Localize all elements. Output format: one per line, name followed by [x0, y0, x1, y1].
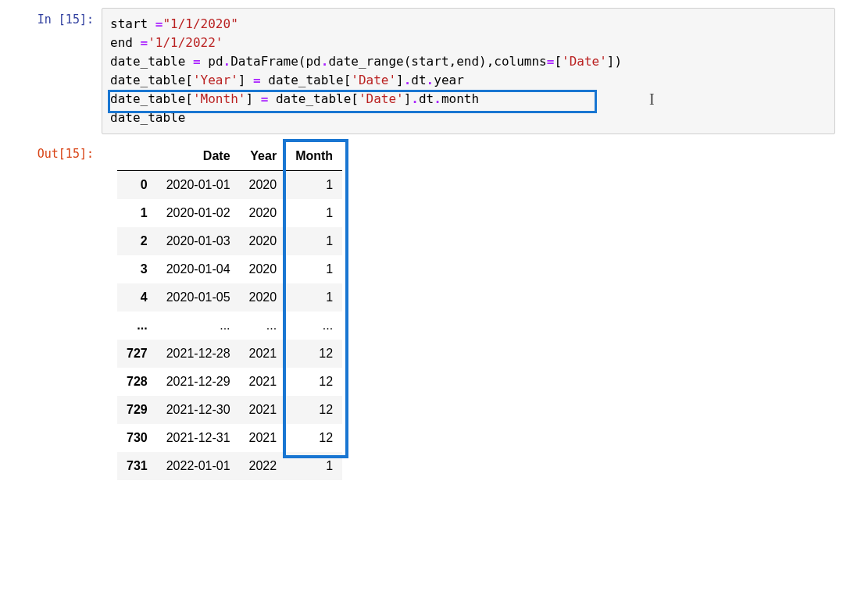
cell-year: 2021 — [240, 396, 287, 424]
code-token: = — [253, 73, 261, 87]
cell-month: 12 — [286, 340, 342, 368]
cell-month: 12 — [286, 396, 342, 424]
cell-date: ... — [157, 312, 240, 340]
cell-year: 2021 — [240, 424, 287, 452]
code-token: ] — [238, 73, 253, 87]
cell-month: 1 — [286, 171, 342, 200]
cell-month: 1 — [286, 452, 342, 480]
cell-year: 2020 — [240, 171, 287, 200]
cell-year: 2020 — [240, 255, 287, 283]
code-token: date_table — [110, 54, 193, 69]
row-index: 727 — [117, 340, 157, 368]
code-token: . — [434, 91, 441, 106]
cell-month: 1 — [286, 283, 342, 312]
text-cursor-icon: I — [649, 91, 655, 109]
cell-month: 1 — [286, 199, 342, 227]
cell-date: 2021-12-30 — [157, 396, 240, 424]
cell-year: 2021 — [240, 340, 287, 368]
code-token: DataFrame(pd — [230, 54, 321, 69]
code-token: ] — [404, 91, 412, 106]
code-token: . — [404, 73, 412, 87]
cell-month: 12 — [286, 424, 342, 452]
code-block[interactable]: start ="1/1/2020" end ='1/1/2022' date_t… — [110, 15, 827, 127]
table-row: 7292021-12-30202112 — [117, 396, 342, 424]
row-index: 729 — [117, 396, 157, 424]
cell-date: 2021-12-29 — [157, 368, 240, 396]
code-input-area[interactable]: start ="1/1/2020" end ='1/1/2022' date_t… — [102, 8, 835, 134]
cell-month: 1 — [286, 255, 342, 283]
code-token: = — [155, 16, 163, 31]
code-token: month — [441, 91, 479, 106]
cell-date: 2020-01-04 — [157, 255, 240, 283]
code-token: date_table — [110, 110, 185, 125]
cell-year: 2021 — [240, 368, 287, 396]
code-token: . — [427, 73, 434, 87]
cell-year: 2020 — [240, 199, 287, 227]
table-row: 7302021-12-31202112 — [117, 424, 342, 452]
table-row: 02020-01-0120201 — [117, 171, 342, 200]
code-token: 'Year' — [193, 73, 238, 87]
output-cell: Out[15]: Date Year Month 02020-01-012020… — [8, 142, 835, 480]
cell-date: 2020-01-03 — [157, 227, 240, 255]
dataframe-table: Date Year Month 02020-01-012020112020-01… — [117, 142, 342, 480]
row-index: 2 — [117, 227, 157, 255]
cell-year: 2020 — [240, 227, 287, 255]
row-index: 1 — [117, 199, 157, 227]
code-token: = — [261, 91, 269, 106]
cell-year: 2022 — [240, 452, 287, 480]
code-token: year — [434, 73, 464, 87]
cell-year: 2020 — [240, 283, 287, 312]
code-token: . — [321, 54, 329, 69]
col-month: Month — [286, 142, 342, 171]
cell-month: ... — [286, 312, 342, 340]
code-token: dt — [411, 73, 426, 87]
code-token: pd — [201, 54, 223, 69]
table-row: 7282021-12-29202112 — [117, 368, 342, 396]
index-header — [117, 142, 157, 171]
cell-date: 2020-01-01 — [157, 171, 240, 200]
table-row: 22020-01-0320201 — [117, 227, 342, 255]
cell-date: 2020-01-02 — [157, 199, 240, 227]
row-index: 4 — [117, 283, 157, 312]
table-row: 7272021-12-28202112 — [117, 340, 342, 368]
code-token: dt — [419, 91, 434, 106]
col-date: Date — [157, 142, 240, 171]
code-token: ] — [245, 91, 260, 106]
table-row: 12020-01-0220201 — [117, 199, 342, 227]
code-token: . — [411, 91, 419, 106]
row-index: ... — [117, 312, 157, 340]
cell-date: 2020-01-05 — [157, 283, 240, 312]
table-row: 7312022-01-0120221 — [117, 452, 342, 480]
table-header-row: Date Year Month — [117, 142, 342, 171]
row-index: 730 — [117, 424, 157, 452]
code-token: start — [110, 16, 155, 31]
input-cell: In [15]: start ="1/1/2020" end ='1/1/202… — [8, 8, 835, 134]
code-token: end — [110, 35, 141, 50]
code-token: ] — [396, 73, 404, 87]
code-token: "1/1/2020" — [163, 16, 238, 31]
code-token: . — [223, 54, 231, 69]
table-row: 32020-01-0420201 — [117, 255, 342, 283]
code-token: 'Date' — [351, 73, 396, 87]
code-token: date_table[ — [268, 91, 359, 106]
cell-month: 12 — [286, 368, 342, 396]
cell-date: 2021-12-28 — [157, 340, 240, 368]
code-token: date_table[ — [110, 73, 193, 87]
code-token: date_table[ — [261, 73, 352, 87]
cell-date: 2021-12-31 — [157, 424, 240, 452]
code-token: 'Date' — [562, 54, 607, 69]
row-index: 728 — [117, 368, 157, 396]
cell-year: ... — [240, 312, 287, 340]
row-index: 731 — [117, 452, 157, 480]
code-token: ]) — [607, 54, 622, 69]
row-index: 3 — [117, 255, 157, 283]
code-token: date_range(start,end),columns — [328, 54, 546, 69]
cell-date: 2022-01-01 — [157, 452, 240, 480]
code-token: 'Date' — [359, 91, 404, 106]
code-token: '1/1/2022' — [148, 35, 223, 50]
output-area: Date Year Month 02020-01-012020112020-01… — [102, 142, 342, 480]
col-year: Year — [240, 142, 287, 171]
output-prompt: Out[15]: — [8, 142, 102, 161]
table-row: ............ — [117, 312, 342, 340]
code-token: 'Month' — [193, 91, 245, 106]
